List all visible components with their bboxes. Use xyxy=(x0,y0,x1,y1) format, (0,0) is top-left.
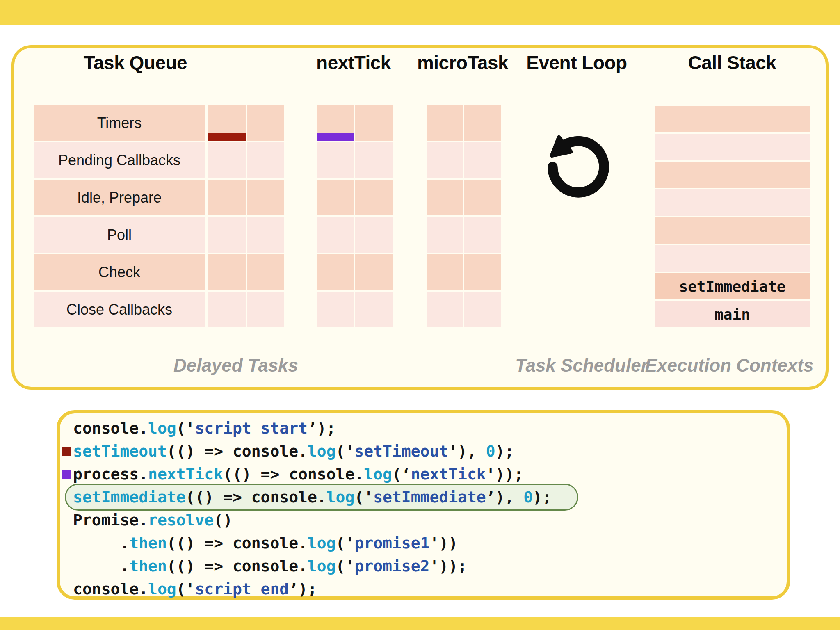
top-accent-bar xyxy=(0,0,840,25)
code-token: console. xyxy=(73,419,148,437)
event-loop-refresh-icon xyxy=(539,126,617,204)
set-timeout-task-marker xyxy=(208,133,246,141)
call-stack-slot xyxy=(655,106,810,132)
queue-cell xyxy=(355,142,393,178)
call-stack-header: Call Stack xyxy=(688,52,776,74)
queue-cell xyxy=(208,254,246,290)
queue-cell xyxy=(427,254,463,290)
row-label: Close Callbacks xyxy=(66,301,172,318)
queue-cell xyxy=(427,217,463,253)
queue-cell xyxy=(208,180,246,215)
row-label: Timers xyxy=(97,114,142,132)
queue-cell xyxy=(247,142,284,178)
code-line: process.nextTick(() => console.log(‘next… xyxy=(60,463,787,486)
queue-cell xyxy=(464,142,501,178)
code-line: .then(() => console.log('promise1')) xyxy=(60,532,787,555)
code-token: ); xyxy=(495,442,514,460)
code-token: (' xyxy=(354,488,373,506)
code-token: ')) xyxy=(429,534,458,552)
code-token: nextTick xyxy=(411,465,486,483)
task-queue-row-check: Check xyxy=(34,254,205,290)
queue-cell xyxy=(355,254,393,290)
execution-contexts-caption: Execution Contexts xyxy=(645,355,814,376)
row-label: Idle, Prepare xyxy=(77,189,162,206)
code-token: ')); xyxy=(486,465,524,483)
queue-cell xyxy=(464,254,501,290)
event-loop-header: Event Loop xyxy=(526,52,627,74)
row-label: Poll xyxy=(107,226,132,244)
queue-cell xyxy=(247,254,284,290)
queue-cell xyxy=(355,105,393,141)
queue-cell xyxy=(317,180,354,215)
code-token: '), xyxy=(448,442,486,460)
queue-cell xyxy=(247,292,284,327)
micro-task-slot-column-1 xyxy=(427,105,463,329)
queue-cell xyxy=(317,292,354,327)
code-token: script start xyxy=(195,419,308,437)
code-token: console. xyxy=(73,580,148,598)
code-token: process. xyxy=(73,465,148,483)
queue-cell xyxy=(355,217,393,253)
code-token: ’); xyxy=(289,580,317,598)
queue-cell xyxy=(464,217,501,253)
task-queue-row-idle-prepare: Idle, Prepare xyxy=(34,180,205,215)
bottom-accent-bar xyxy=(0,617,840,630)
task-queue-row-timers: Timers xyxy=(34,105,205,141)
queue-cell xyxy=(355,180,393,215)
code-token: (() => console. xyxy=(167,557,308,575)
task-queue-row-poll: Poll xyxy=(34,217,205,253)
next-tick-task-marker xyxy=(317,133,354,141)
code-token: log xyxy=(308,557,336,575)
code-token: (() => console. xyxy=(167,534,308,552)
queue-cell xyxy=(208,217,246,253)
code-token: log xyxy=(148,580,176,598)
code-token: script end xyxy=(195,580,289,598)
queue-cell xyxy=(427,105,463,141)
code-token: log xyxy=(308,442,336,460)
call-stack-frame-main: main xyxy=(655,301,810,327)
queue-cell xyxy=(247,217,284,253)
call-stack-slot xyxy=(655,245,810,272)
timeout-bullet-marker xyxy=(62,447,71,456)
code-token: promise2 xyxy=(354,557,429,575)
queue-cell xyxy=(208,292,246,327)
code-token: (' xyxy=(176,419,195,437)
task-queue-slot-column-2 xyxy=(247,105,284,329)
row-label: Check xyxy=(98,264,140,281)
code-token: nextTick xyxy=(148,465,223,483)
call-stack-slot xyxy=(655,217,810,244)
call-stack-slot xyxy=(655,134,810,160)
code-token: setTimeout xyxy=(73,442,167,460)
code-token: (' xyxy=(336,557,355,575)
code-token: 0 xyxy=(486,442,495,460)
queue-cell xyxy=(427,180,463,215)
code-token: (' xyxy=(336,442,355,460)
queue-cell xyxy=(247,180,284,215)
code-token: resolve xyxy=(148,511,214,529)
code-token: 0 xyxy=(523,488,533,506)
code-line: setTimeout(() => console.log('setTimeout… xyxy=(60,440,787,463)
code-token: (() => console. xyxy=(167,442,308,460)
code-token: then xyxy=(129,534,167,552)
code-line: .then(() => console.log('promise2')); xyxy=(60,555,787,578)
task-queue-row-close-callbacks: Close Callbacks xyxy=(34,292,205,327)
code-token: ); xyxy=(533,488,552,506)
stack-frame-label: setImmediate xyxy=(679,278,785,295)
task-queue-header: Task Queue xyxy=(84,52,187,74)
code-token: . xyxy=(73,534,129,552)
code-line: console.log('script end’); xyxy=(60,578,787,600)
code-token: (' xyxy=(336,534,355,552)
code-token: Promise. xyxy=(73,511,148,529)
row-label: Pending Callbacks xyxy=(58,152,180,169)
queue-cell xyxy=(317,217,354,253)
code-line: console.log('script start’); xyxy=(60,417,787,440)
queue-cell xyxy=(427,292,463,327)
code-token: (() => console. xyxy=(223,465,364,483)
code-token: setTimeout xyxy=(354,442,448,460)
stack-frame-label: main xyxy=(714,306,750,323)
code-line: setImmediate(() => console.log('setImmed… xyxy=(60,486,787,509)
code-token: ')); xyxy=(429,557,467,575)
code-token: log xyxy=(364,465,392,483)
queue-cell xyxy=(464,105,501,141)
queue-cell xyxy=(208,142,246,178)
